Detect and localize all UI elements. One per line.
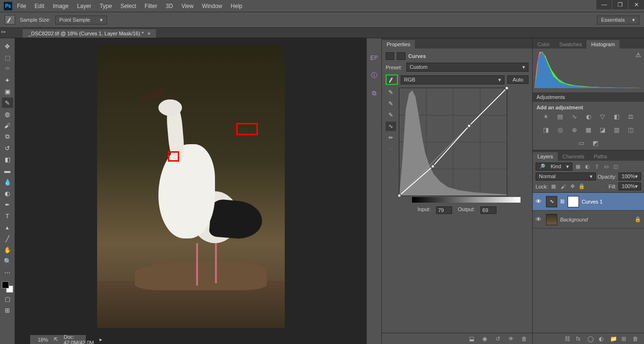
layer-name[interactable]: Curves 1	[582, 199, 641, 205]
menu-layer[interactable]: Layer	[77, 3, 91, 9]
curve-point[interactable]	[468, 124, 471, 127]
gradient-map-icon[interactable]: ▭	[577, 139, 586, 147]
new-group-icon[interactable]: 📁	[610, 336, 618, 342]
menu-view[interactable]: View	[182, 3, 194, 9]
adjustments-header[interactable]: Adjustments	[533, 92, 644, 102]
color-tab[interactable]: Color	[533, 40, 554, 49]
new-adjustment-icon[interactable]: ◐	[599, 336, 606, 342]
menu-image[interactable]: Image	[53, 3, 68, 9]
minimize-button[interactable]: —	[596, 0, 612, 9]
layers-tab[interactable]: Layers	[533, 152, 558, 161]
layer-filter-kind[interactable]: 🔎Kind▾	[536, 163, 572, 171]
properties-tab[interactable]: Properties	[382, 40, 415, 49]
lasso-tool[interactable]: ⌔	[2, 64, 13, 74]
crop-tool[interactable]: ▣	[2, 86, 13, 97]
gray-eyedropper-icon[interactable]: ✎	[386, 99, 396, 108]
opacity-select[interactable]: 100%▾	[619, 172, 641, 180]
history-brush-tool[interactable]: ↺	[2, 143, 13, 153]
chevron-right-icon[interactable]: ▸	[99, 336, 102, 343]
foreground-color[interactable]	[2, 281, 9, 288]
menu-3d[interactable]: 3D	[165, 3, 173, 9]
brush-tool[interactable]: 🖌	[2, 120, 13, 131]
color-balance-icon[interactable]: ⚖	[626, 112, 636, 121]
clone-stamp-tool[interactable]: ⧉	[2, 131, 13, 142]
gradient-tool[interactable]: ▬	[2, 165, 13, 176]
view-previous-icon[interactable]: ◉	[480, 335, 489, 343]
document-tab[interactable]: _DSC8202.tif @ 18% (Curves 1, Layer Mask…	[23, 29, 156, 38]
link-layers-icon[interactable]: ⛓	[565, 336, 572, 342]
swatches-tab[interactable]: Swatches	[554, 40, 586, 49]
navigator-icon[interactable]: ⧉	[369, 88, 380, 98]
curve-graph[interactable]	[399, 88, 507, 196]
posterize-icon[interactable]: ▥	[612, 125, 621, 134]
panel-expand-icon[interactable]: ▸▸	[1, 29, 6, 34]
targeted-adjustment-tool[interactable]	[386, 74, 398, 85]
paths-tab[interactable]: Paths	[589, 152, 612, 161]
document-canvas[interactable]	[97, 45, 285, 328]
color-swatches[interactable]	[2, 281, 13, 293]
invert-icon[interactable]: ◪	[598, 125, 607, 134]
blur-tool[interactable]: 💧	[2, 177, 13, 187]
blend-mode-select[interactable]: Normal▾	[536, 172, 596, 180]
white-eyedropper-icon[interactable]: ✎	[386, 88, 396, 97]
channel-select[interactable]: RGB ▾	[401, 75, 504, 84]
visibility-toggle[interactable]: 👁	[536, 216, 543, 223]
curve-point-tool[interactable]: ∿	[386, 122, 396, 131]
lock-all-icon[interactable]: 🔒	[578, 183, 586, 190]
channels-tab[interactable]: Channels	[558, 152, 589, 161]
workspace-switcher[interactable]: Essentials ▾	[597, 16, 639, 25]
eraser-tool[interactable]: ◧	[2, 154, 13, 164]
adjustment-thumb[interactable]: ∿	[546, 196, 557, 207]
curve-point[interactable]	[505, 87, 509, 90]
menu-file[interactable]: File	[17, 3, 26, 9]
output-value[interactable]	[480, 206, 496, 214]
lock-transparency-icon[interactable]: ▦	[550, 183, 557, 190]
hand-tool[interactable]: ✋	[2, 245, 13, 255]
lock-position-icon[interactable]: ✥	[569, 183, 576, 190]
menu-edit[interactable]: Edit	[34, 3, 44, 9]
pen-tool[interactable]: ✒	[2, 199, 13, 210]
filter-type-icon[interactable]: T	[593, 163, 601, 171]
reset-icon[interactable]: ↺	[494, 335, 502, 343]
threshold-icon[interactable]: ◫	[626, 125, 636, 134]
curve-pencil-tool[interactable]: ✏	[386, 133, 396, 142]
curve-smooth-tool[interactable]: ⤳	[386, 144, 396, 154]
curve-point[interactable]	[398, 194, 401, 197]
path-selection-tool[interactable]: ▴	[2, 222, 13, 232]
curves-icon[interactable]: ∿	[570, 112, 579, 121]
quick-mask-toggle[interactable]: ▢	[2, 294, 13, 304]
filter-adjustment-icon[interactable]: ◐	[584, 163, 591, 171]
vibrance-icon[interactable]: ▽	[598, 112, 607, 121]
visibility-icon[interactable]: 👁	[507, 335, 515, 343]
input-value[interactable]	[436, 206, 452, 214]
sample-size-select[interactable]: Point Sample ▾	[55, 16, 107, 25]
type-tool[interactable]: T	[2, 211, 13, 221]
adjustment-icon[interactable]	[386, 52, 394, 60]
lock-pixels-icon[interactable]: 🖌	[559, 183, 567, 190]
layer-thumb[interactable]	[546, 214, 557, 225]
auto-button[interactable]: Auto	[507, 75, 528, 84]
maximize-button[interactable]: ❐	[612, 0, 628, 9]
layer-name[interactable]: Background	[560, 217, 632, 222]
brightness-contrast-icon[interactable]: ☀	[541, 112, 551, 121]
levels-icon[interactable]: ▤	[555, 112, 565, 121]
add-mask-icon[interactable]: ◯	[587, 336, 595, 342]
info-icon[interactable]: ⓘ	[369, 70, 380, 81]
screen-mode-toggle[interactable]: ⊞	[2, 305, 13, 315]
close-button[interactable]: ✕	[628, 0, 644, 9]
menu-help[interactable]: Help	[231, 3, 242, 9]
color-lookup-icon[interactable]: ▦	[584, 125, 593, 134]
layer-row-background[interactable]: 👁 Background 🔒	[533, 211, 644, 229]
preset-select[interactable]: Custom ▾	[406, 63, 528, 72]
lock-icon[interactable]: 🔒	[635, 216, 641, 222]
filter-smart-icon[interactable]: ◫	[612, 163, 619, 171]
dodge-tool[interactable]: ◐	[2, 188, 13, 198]
menu-type[interactable]: Type	[99, 3, 112, 9]
eyedropper-tool[interactable]: ✎	[2, 98, 13, 108]
magic-wand-tool[interactable]: ✦	[2, 75, 13, 85]
bw-icon[interactable]: ◨	[541, 125, 551, 134]
layer-style-icon[interactable]: fx	[576, 336, 584, 342]
filter-shape-icon[interactable]: ▭	[603, 163, 610, 171]
new-layer-icon[interactable]: ⊞	[621, 336, 629, 342]
canvas-area[interactable]: 18% ⇱ Doc: 42.0M/42.0M ▸	[15, 38, 366, 344]
